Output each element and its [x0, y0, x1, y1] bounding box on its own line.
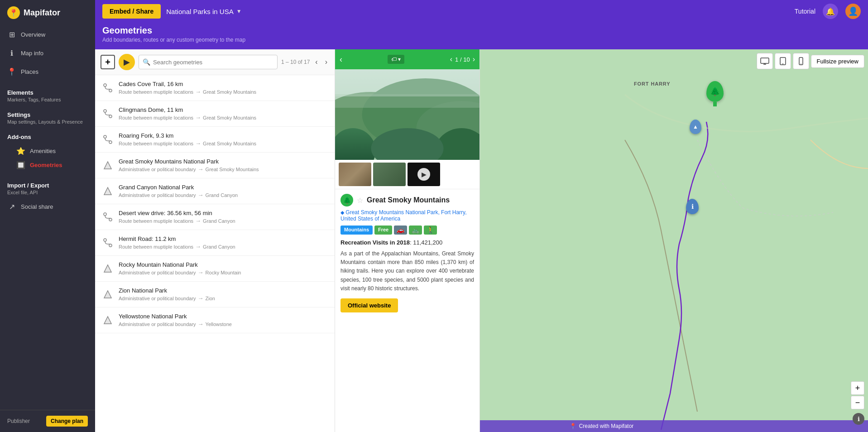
play-button[interactable]: ▶ — [119, 54, 135, 70]
sidebar-item-overview[interactable]: ⊞ Overview — [0, 25, 95, 44]
app-logo[interactable]: 📍 Mapifator — [0, 0, 95, 25]
map-info-button[interactable]: ℹ — [853, 413, 864, 425]
import-export-section: Import / Export Excel file, API — [0, 172, 95, 199]
list-item[interactable]: Clingmans Dome, 11 km Route between mupt… — [95, 101, 335, 127]
change-plan-button[interactable]: Change plan — [46, 416, 88, 427]
geom-desc: Administrative or political boundary → Y… — [119, 321, 328, 327]
video-play-icon: ▶ — [417, 168, 430, 181]
elements-sub: Markers, Tags, Features — [0, 97, 95, 106]
tag-free[interactable]: Free — [374, 226, 392, 235]
sidebar-nav: ⊞ Overview ℹ Map info 📍 Places Elements … — [0, 25, 95, 410]
tablet-view-button[interactable] — [775, 53, 791, 69]
sidebar-label-places: Places — [21, 68, 38, 75]
sidebar-section-settings[interactable]: Settings — [0, 106, 95, 119]
list-item[interactable]: Rocky Mountain National Park Administrat… — [95, 256, 335, 282]
mobile-view-button[interactable] — [793, 53, 809, 69]
geometries-subtitle: Add boundaries, routes or any custom geo… — [102, 37, 861, 43]
zoom-in-button[interactable]: + — [851, 381, 864, 395]
popup-address-link[interactable]: ◆ Great Smoky Mountains National Park, F… — [340, 209, 474, 222]
avatar-button[interactable]: 👤 — [845, 4, 861, 19]
route-icon — [101, 133, 114, 146]
svg-point-17 — [782, 63, 783, 64]
map-title-dropdown-icon[interactable]: ▼ — [236, 8, 242, 14]
tag-car[interactable]: 🚗 — [394, 226, 407, 235]
popup-collapse-button[interactable]: › — [480, 232, 480, 250]
boundary-icon — [101, 159, 114, 172]
svg-marker-7 — [104, 187, 111, 195]
thumbnail-3[interactable]: ▶ — [408, 163, 440, 186]
map-toolbar: Fullsize preview — [757, 53, 864, 69]
geom-name: Yellowstone National Park — [119, 313, 328, 320]
popup-next-button[interactable]: › — [473, 55, 475, 63]
sidebar-item-amenities[interactable]: ⭐ Amenities — [0, 144, 95, 158]
boundary-icon — [101, 314, 114, 326]
embed-share-button[interactable]: Embed / Share — [102, 4, 161, 19]
geom-name: Rocky Mountain National Park — [119, 261, 328, 268]
search-input[interactable] — [153, 59, 273, 66]
popup-place-name-area: 🌲 ☆ Great Smoky Mountains — [340, 194, 474, 206]
tag-walk[interactable]: 🚶 — [424, 226, 437, 235]
geom-name: Hermit Road: 11.2 km — [119, 235, 328, 242]
blue-pin-marker-1[interactable]: ▲ — [690, 120, 701, 134]
zoom-out-button[interactable]: − — [851, 396, 864, 409]
desktop-view-button[interactable] — [757, 53, 773, 69]
created-logo-icon: 📍 — [570, 423, 576, 429]
tag-icon: 🏷 — [391, 56, 397, 62]
main-area: Embed / Share National Parks in USA ▼ Tu… — [95, 0, 868, 432]
official-website-button[interactable]: Official website — [340, 298, 398, 312]
sidebar-bottom: Publisher Change plan — [0, 410, 95, 432]
geometries-header: Geometries Add boundaries, routes or any… — [95, 23, 868, 49]
popup-tags: Mountains Free 🚗 🚲 🚶 — [340, 226, 474, 235]
popup-main-image — [335, 69, 480, 160]
publisher-label: Publisher — [7, 418, 30, 424]
tree-marker[interactable]: 🌲 — [706, 81, 724, 106]
list-item[interactable]: Grand Canyon National Park Administrativ… — [95, 178, 335, 204]
geom-name: Cades Cove Trail, 16 km — [119, 81, 328, 87]
tag-bike[interactable]: 🚲 — [409, 226, 422, 235]
top-bar: Embed / Share National Parks in USA ▼ Tu… — [95, 0, 868, 23]
sidebar-item-geometries[interactable]: 🔲 Geometries — [0, 158, 95, 172]
list-item[interactable]: Roaring Fork, 9.3 km Route between mupti… — [95, 127, 335, 153]
svg-rect-15 — [761, 58, 769, 63]
sidebar-item-places[interactable]: 📍 Places — [0, 62, 95, 81]
next-page-button[interactable]: › — [323, 57, 329, 67]
add-geometry-button[interactable]: + — [101, 55, 115, 69]
favorite-star-icon[interactable]: ☆ — [357, 196, 363, 205]
list-item[interactable]: Yellowstone National Park Administrative… — [95, 307, 335, 333]
list-item[interactable]: Cades Cove Trail, 16 km Route between mu… — [95, 75, 335, 101]
svg-rect-28 — [335, 94, 480, 108]
sidebar-item-social-share[interactable]: ↗ Social share — [0, 199, 95, 216]
popup-tag-button[interactable]: 🏷 ▾ — [388, 55, 404, 64]
info-marker[interactable]: ℹ — [686, 199, 699, 214]
map-area[interactable]: Fullsize preview FORT HARRY — [335, 49, 868, 432]
list-item[interactable]: Great Smoky Mountains National Park Admi… — [95, 153, 335, 178]
svg-point-19 — [801, 63, 801, 64]
svg-point-0 — [104, 84, 106, 86]
popup-thumbnails: ▶ — [335, 160, 480, 189]
sidebar-section-addons: Add-ons — [0, 128, 95, 144]
sidebar-section-import-export[interactable]: Import / Export — [0, 177, 95, 190]
sidebar-section-elements[interactable]: Elements — [0, 84, 95, 97]
sidebar-item-map-info[interactable]: ℹ Map info — [0, 44, 95, 62]
tutorial-link[interactable]: Tutorial — [795, 8, 815, 15]
popup-back-button[interactable]: ‹ — [340, 55, 342, 64]
svg-point-11 — [109, 244, 112, 247]
list-item[interactable]: Hermit Road: 11.2 km Route between mupti… — [95, 230, 335, 256]
fullsize-preview-button[interactable]: Fullsize preview — [811, 55, 864, 68]
geom-info: Great Smoky Mountains National Park Admi… — [119, 158, 328, 173]
geom-name: Roaring Fork, 9.3 km — [119, 132, 328, 139]
popup-prev-button[interactable]: ‹ — [450, 55, 452, 63]
main-image-placeholder — [335, 69, 480, 160]
list-item[interactable]: Desert view drive: 36.56 km, 56 min Rout… — [95, 204, 335, 230]
route-icon — [101, 107, 114, 120]
tag-mountains[interactable]: Mountains — [340, 226, 373, 235]
prev-page-button[interactable]: ‹ — [313, 57, 319, 67]
geom-info: Desert view drive: 36.56 km, 56 min Rout… — [119, 210, 328, 224]
notification-button[interactable]: 🔔 — [823, 4, 838, 19]
thumbnail-1[interactable] — [339, 163, 371, 186]
popup-body: 🌲 ☆ Great Smoky Mountains ◆ Great Smoky … — [335, 189, 480, 432]
svg-rect-27 — [335, 69, 480, 96]
thumbnail-2[interactable] — [373, 163, 406, 186]
list-item[interactable]: Zion National Park Administrative or pol… — [95, 282, 335, 307]
geom-info: Hermit Road: 11.2 km Route between mupti… — [119, 235, 328, 250]
